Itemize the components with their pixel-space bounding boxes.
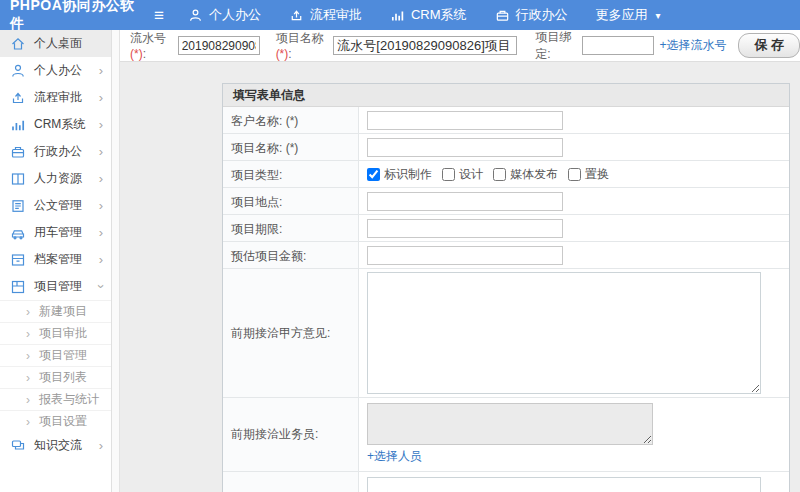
arrow-right-icon: › — [26, 327, 30, 341]
workflow-icon — [289, 8, 304, 23]
salesperson-textarea[interactable] — [367, 403, 653, 445]
action-bar: 流水号(*): 项目名称(*): 项目绑定: +选择流水号 保 存 — [120, 30, 800, 62]
field-label: 项目期限: — [223, 215, 359, 241]
project-name-field-input[interactable] — [367, 138, 563, 157]
form-panel: 填写表单信息 客户名称: (*) 项目名称: (*) — [222, 83, 790, 492]
menu-toggle-icon[interactable]: ≡ — [154, 7, 164, 24]
checkbox-label[interactable]: 设计 — [459, 166, 483, 183]
project-duration-input[interactable] — [367, 219, 563, 238]
chat-icon — [10, 438, 26, 454]
form-row-project-location: 项目地点: — [223, 188, 789, 215]
chevron-right-icon: › — [99, 63, 103, 78]
archive-icon — [10, 252, 26, 268]
sidebar-subitem-reports-statistics[interactable]: › 报表与统计 — [0, 388, 111, 410]
arrow-right-icon: › — [26, 305, 30, 319]
sidebar-item-crm[interactable]: CRM系统 › — [0, 111, 111, 138]
checkbox-label[interactable]: 置换 — [585, 166, 609, 183]
sidebar-item-vehicle[interactable]: 用车管理 › — [0, 219, 111, 246]
checkbox-replacement[interactable] — [568, 168, 581, 181]
serial-number-input[interactable] — [178, 36, 260, 55]
main-area: 流水号(*): 项目名称(*): 项目绑定: +选择流水号 保 存 填写表单信息… — [120, 30, 800, 492]
sidebar-subitem-project-approval[interactable]: › 项目审批 — [0, 322, 111, 344]
nav-more-apps[interactable]: 更多应用 ▾ — [596, 6, 661, 24]
checkbox-media-release[interactable] — [493, 168, 506, 181]
home-icon — [10, 36, 26, 52]
sidebar-subitem-new-project[interactable]: › 新建项目 — [0, 300, 111, 322]
field-label: 项目类型: — [223, 161, 359, 187]
form-row-customer-name: 客户名称: (*) — [223, 107, 789, 134]
sidebar-scrollbar[interactable] — [112, 30, 120, 492]
checkbox-label[interactable]: 标识制作 — [384, 166, 432, 183]
sidebar-item-desktop[interactable]: 个人桌面 — [0, 30, 111, 57]
select-person-link[interactable]: +选择人员 — [367, 448, 422, 465]
form-row-estimated-amount: 预估项目金额: — [223, 242, 789, 269]
app-header: PHPOA协同办公软件 ≡ 个人办公 流程审批 CRM系统 — [0, 0, 800, 30]
user-icon — [10, 63, 26, 79]
sidebar-item-knowledge[interactable]: 知识交流 › — [0, 432, 111, 459]
form-row-bottom — [223, 472, 789, 492]
form-row-project-type: 项目类型: 标识制作 设计 媒体发布 置换 — [223, 161, 789, 188]
project-bind-label: 项目绑定: — [535, 29, 578, 63]
client-opinion-textarea[interactable] — [367, 272, 761, 394]
chevron-right-icon: › — [99, 117, 103, 132]
chevron-right-icon: › — [99, 225, 103, 240]
chevron-right-icon: › — [99, 438, 103, 453]
sidebar-subitem-project-management[interactable]: › 项目管理 — [0, 344, 111, 366]
checkbox-design[interactable] — [442, 168, 455, 181]
estimated-amount-input[interactable] — [367, 246, 563, 265]
required-mark: (*) — [286, 114, 299, 128]
chevron-right-icon: › — [99, 252, 103, 267]
bar-chart-icon — [390, 8, 405, 23]
sidebar-item-archives[interactable]: 档案管理 › — [0, 246, 111, 273]
sidebar-item-hr[interactable]: 人力资源 › — [0, 165, 111, 192]
required-mark: (*) — [286, 141, 299, 155]
nav-personal-office[interactable]: 个人办公 — [188, 6, 261, 24]
form-row-salesperson: 前期接洽业务员: +选择人员 — [223, 398, 789, 472]
field-label: 客户名称: (*) — [223, 107, 359, 133]
checkbox-sign-production[interactable] — [367, 168, 380, 181]
sidebar-subitem-project-settings[interactable]: › 项目设置 — [0, 410, 111, 432]
chevron-right-icon: › — [99, 90, 103, 105]
briefcase-icon — [495, 8, 510, 23]
project-name-input[interactable] — [333, 36, 517, 55]
nav-admin-office[interactable]: 行政办公 — [495, 6, 568, 24]
customer-name-input[interactable] — [367, 111, 563, 130]
workflow-icon — [10, 90, 26, 106]
nav-crm-system[interactable]: CRM系统 — [390, 6, 467, 24]
arrow-right-icon: › — [26, 371, 30, 385]
sidebar: 个人桌面 个人办公 › 流程审批 › CRM系统 › — [0, 30, 112, 492]
form-row-project-name: 项目名称: (*) — [223, 134, 789, 161]
project-bind-input[interactable] — [582, 36, 654, 55]
bottom-textarea[interactable] — [367, 477, 761, 492]
required-mark: (*) — [130, 47, 143, 61]
sidebar-item-personal-office[interactable]: 个人办公 › — [0, 57, 111, 84]
user-icon — [188, 8, 203, 23]
field-label: 项目地点: — [223, 188, 359, 214]
document-icon — [10, 198, 26, 214]
sidebar-subitem-project-list[interactable]: › 项目列表 — [0, 366, 111, 388]
field-label: 预估项目金额: — [223, 242, 359, 268]
save-button[interactable]: 保 存 — [738, 33, 800, 58]
arrow-right-icon: › — [26, 349, 30, 363]
sidebar-item-admin-office[interactable]: 行政办公 › — [0, 138, 111, 165]
nav-workflow-approval[interactable]: 流程审批 — [289, 6, 362, 24]
checkbox-label[interactable]: 媒体发布 — [510, 166, 558, 183]
caret-down-icon: ▾ — [656, 10, 661, 21]
app-logo: PHPOA协同办公软件 — [0, 0, 140, 33]
chevron-right-icon: › — [99, 144, 103, 159]
content-area: 填写表单信息 客户名称: (*) 项目名称: (*) — [120, 62, 800, 492]
sidebar-item-workflow-approval[interactable]: 流程审批 › — [0, 84, 111, 111]
field-label: 前期接洽业务员: — [223, 398, 359, 471]
sidebar-item-project-management[interactable]: 项目管理 › — [0, 273, 111, 300]
form-row-client-opinion: 前期接洽甲方意见: — [223, 269, 789, 398]
field-label: 项目名称: (*) — [223, 134, 359, 160]
sidebar-item-official-docs[interactable]: 公文管理 › — [0, 192, 111, 219]
chevron-down-icon: › — [93, 284, 108, 288]
form-panel-title: 填写表单信息 — [223, 84, 789, 107]
select-serial-link[interactable]: +选择流水号 — [659, 37, 726, 54]
project-location-input[interactable] — [367, 192, 563, 211]
arrow-right-icon: › — [26, 393, 30, 407]
required-mark: (*) — [276, 47, 289, 61]
project-icon — [10, 279, 26, 295]
briefcase-icon — [10, 144, 26, 160]
